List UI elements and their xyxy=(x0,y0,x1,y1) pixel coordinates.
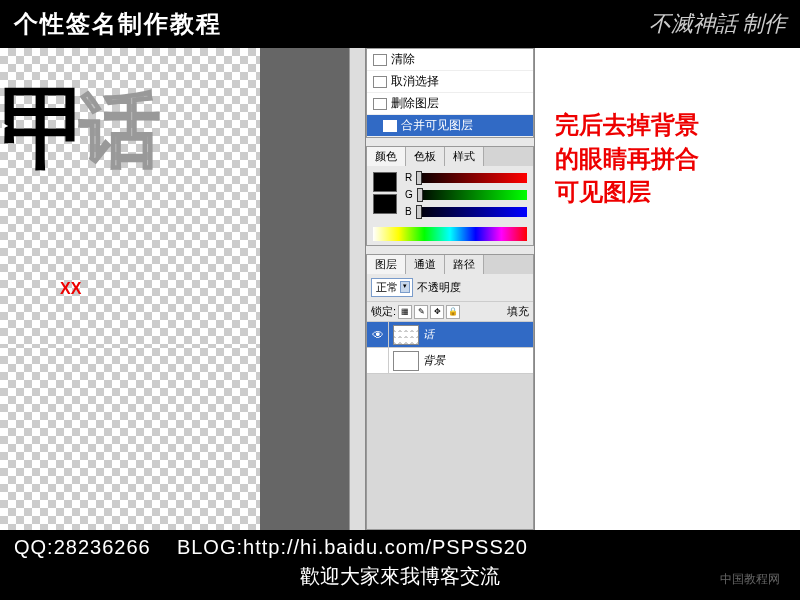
rgb-sliders: R G B xyxy=(405,172,527,217)
menu-label: 清除 xyxy=(391,51,415,68)
slider-thumb[interactable] xyxy=(417,188,423,202)
slider-track[interactable] xyxy=(416,173,527,183)
brand-logo: 不滅神話 制作 xyxy=(649,9,787,39)
slider-thumb[interactable] xyxy=(416,171,422,185)
layer-row[interactable]: 👁 话 xyxy=(367,322,533,348)
tab-paths[interactable]: 路径 xyxy=(445,255,484,274)
slider-g[interactable]: G xyxy=(405,189,527,200)
chevron-down-icon: ▾ xyxy=(400,281,410,293)
tab-color[interactable]: 颜色 xyxy=(367,147,406,166)
menu-label: 取消选择 xyxy=(391,73,439,90)
tab-channels[interactable]: 通道 xyxy=(406,255,445,274)
slider-thumb[interactable] xyxy=(416,205,422,219)
vertical-scrollbar[interactable] xyxy=(349,48,365,530)
lock-controls: 锁定: ▦ ✎ ✥ 🔒 填充 xyxy=(367,301,533,322)
footer-bar: QQ:28236266 BLOG:http://hi.baidu.com/PSP… xyxy=(0,530,800,600)
lock-label: 锁定: xyxy=(371,304,396,319)
layer-row[interactable]: 背景 xyxy=(367,348,533,374)
main-area: 甲 话 XX 清除 取消选择 删除图层 ▶ 合并可见图层 xyxy=(0,48,800,530)
foreground-swatch[interactable] xyxy=(373,172,397,192)
annotation-line: 的眼睛再拼合 xyxy=(555,142,780,176)
annotation-area: 完后去掉背景 的眼睛再拼合 可见图层 xyxy=(535,48,800,530)
qq-label: QQ: xyxy=(14,536,54,558)
annotation-text: 完后去掉背景 的眼睛再拼合 可见图层 xyxy=(555,108,780,209)
layer-controls: 正常 ▾ 不透明度 xyxy=(367,274,533,301)
canvas-area: 甲 话 XX xyxy=(0,48,365,530)
color-panel-tabs: 颜色 色板 样式 xyxy=(367,147,533,166)
blog-url: http://hi.baidu.com/PSPSS20 xyxy=(243,536,528,558)
channel-label: G xyxy=(405,189,413,200)
layer-name: 背景 xyxy=(423,353,533,368)
layer-thumbnail[interactable] xyxy=(393,351,419,371)
channel-label: R xyxy=(405,172,412,183)
context-menu: 清除 取消选择 删除图层 ▶ 合并可见图层 xyxy=(366,48,534,138)
layer-thumbnail[interactable] xyxy=(393,325,419,345)
qq-number: 28236266 xyxy=(54,536,151,558)
contact-line: QQ:28236266 BLOG:http://hi.baidu.com/PSP… xyxy=(14,536,786,559)
document-icon xyxy=(373,76,387,88)
opacity-label: 不透明度 xyxy=(417,280,461,295)
document-icon xyxy=(373,98,387,110)
artwork-glyph-1: 甲 xyxy=(0,68,90,190)
blend-mode-value: 正常 xyxy=(376,281,398,293)
layer-name: 话 xyxy=(423,327,533,342)
tab-styles[interactable]: 样式 xyxy=(445,147,484,166)
layers-panel: 图层 通道 路径 正常 ▾ 不透明度 锁定: ▦ ✎ ✥ 🔒 填充 xyxy=(366,254,534,530)
slider-track[interactable] xyxy=(417,190,527,200)
lock-transparency-icon[interactable]: ▦ xyxy=(398,305,412,319)
layer-list: 👁 话 背景 xyxy=(367,322,533,529)
header-bar: 个性签名制作教程 不滅神話 制作 xyxy=(0,0,800,48)
slider-r[interactable]: R xyxy=(405,172,527,183)
menu-item-delete-layer[interactable]: 删除图层 xyxy=(367,93,533,115)
fill-label: 填充 xyxy=(507,304,529,319)
annotation-line: 可见图层 xyxy=(555,175,780,209)
welcome-text: 歡迎大家來我博客交流 xyxy=(14,563,786,590)
visibility-eye-icon[interactable] xyxy=(367,348,389,373)
document-icon xyxy=(373,54,387,66)
lock-brush-icon[interactable]: ✎ xyxy=(414,305,428,319)
panels-column: 清除 取消选择 删除图层 ▶ 合并可见图层 颜色 色板 样式 xyxy=(365,48,535,530)
fg-bg-swatches[interactable] xyxy=(373,172,397,217)
play-icon: ▶ xyxy=(2,121,8,130)
background-swatch[interactable] xyxy=(373,194,397,214)
blend-mode-select[interactable]: 正常 ▾ xyxy=(371,278,413,297)
slider-track[interactable] xyxy=(416,207,527,217)
tab-layers[interactable]: 图层 xyxy=(367,255,406,274)
menu-label: 删除图层 xyxy=(391,95,439,112)
menu-item-clear[interactable]: 清除 xyxy=(367,49,533,71)
visibility-eye-icon[interactable]: 👁 xyxy=(367,322,389,347)
layers-panel-tabs: 图层 通道 路径 xyxy=(367,255,533,274)
hue-spectrum[interactable] xyxy=(373,227,527,241)
channel-label: B xyxy=(405,206,412,217)
canvas[interactable]: 甲 话 XX xyxy=(0,48,260,348)
xx-marker: XX xyxy=(60,280,81,298)
menu-item-deselect[interactable]: 取消选择 xyxy=(367,71,533,93)
color-panel: 颜色 色板 样式 R G xyxy=(366,146,534,246)
page-title: 个性签名制作教程 xyxy=(14,8,222,40)
slider-b[interactable]: B xyxy=(405,206,527,217)
artwork-glyph-2: 话 xyxy=(80,78,160,186)
lock-all-icon[interactable]: 🔒 xyxy=(446,305,460,319)
tab-swatches[interactable]: 色板 xyxy=(406,147,445,166)
blog-label: BLOG: xyxy=(177,536,243,558)
menu-label: 合并可见图层 xyxy=(401,117,473,134)
menu-item-merge-visible[interactable]: ▶ 合并可见图层 xyxy=(367,115,533,137)
watermark: 中国教程网 xyxy=(720,571,780,588)
lock-move-icon[interactable]: ✥ xyxy=(430,305,444,319)
document-icon xyxy=(383,120,397,132)
annotation-line: 完后去掉背景 xyxy=(555,108,780,142)
color-body: R G B xyxy=(367,166,533,223)
canvas-empty-area xyxy=(0,348,260,530)
